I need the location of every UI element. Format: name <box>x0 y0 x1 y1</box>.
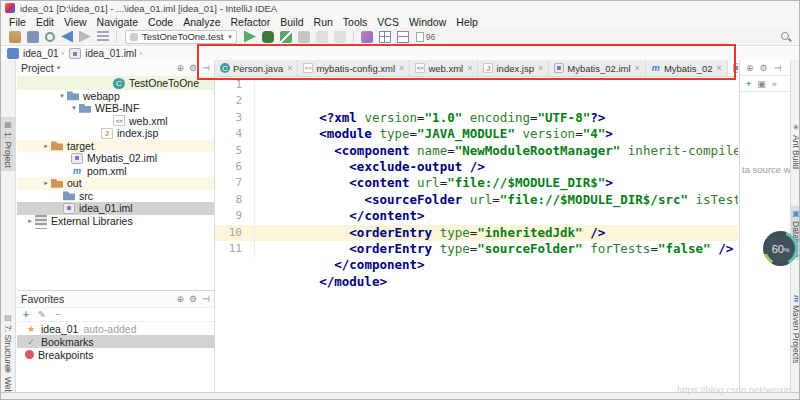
tree-item[interactable]: ▸ Scratches and Consoles <box>17 227 214 229</box>
tree-item[interactable]: idea_01.iml <box>17 202 214 215</box>
menu-item[interactable]: Code <box>143 16 178 28</box>
save-icon[interactable] <box>27 31 39 43</box>
add-favorite-button[interactable]: + <box>23 309 29 320</box>
breadcrumb[interactable]: idea_01.iml › <box>69 48 145 59</box>
stop-icon[interactable] <box>298 31 310 43</box>
close-icon[interactable]: × <box>287 63 292 73</box>
code-token: = <box>575 126 583 141</box>
editor-tab[interactable]: index.jsp × <box>478 60 549 76</box>
favorites-panel-actions: ⊕⚙⊣ <box>172 294 210 304</box>
favorites-toolbar: + ✎ − <box>17 308 214 322</box>
structure-view-icon[interactable] <box>397 31 409 43</box>
search-icon[interactable] <box>781 32 789 40</box>
gear-icon[interactable]: ⚙ <box>189 63 197 73</box>
debug-icon[interactable] <box>262 31 274 43</box>
menu-item[interactable]: Build <box>275 16 308 28</box>
close-icon[interactable]: × <box>716 63 721 73</box>
tree-item-label: pom.xml <box>87 165 127 177</box>
menu-item[interactable]: Edit <box>31 16 59 28</box>
data-grid-icon[interactable] <box>379 31 391 43</box>
tree-item-label: Scratches and Consoles <box>51 227 165 229</box>
favorites-item[interactable]: Breakpoints <box>17 348 214 361</box>
back-icon[interactable] <box>61 31 73 43</box>
menu-item[interactable]: Run <box>309 16 338 28</box>
tree-item[interactable]: index.jsp <box>17 127 214 140</box>
tree-item[interactable]: src <box>17 190 214 203</box>
sync-icon[interactable] <box>45 32 55 42</box>
editor-tab[interactable]: mybatis-config.xml × <box>298 60 410 76</box>
run-config-selector[interactable]: TestOneToOne.test ▾ <box>125 30 237 44</box>
locate-icon[interactable]: ⊕ <box>177 63 185 73</box>
tree-item[interactable]: ▸ External Libraries <box>17 215 214 228</box>
favorites-item[interactable]: Bookmarks <box>17 335 214 348</box>
tree-item[interactable]: web.xml <box>17 115 214 128</box>
hide-panel-icon[interactable]: ⊣ <box>202 294 210 304</box>
tool-window-button[interactable]: ✳ Ant Build <box>791 120 800 172</box>
copy-icon[interactable]: ▣ <box>757 79 766 89</box>
hide-panel-icon[interactable]: ⊣ <box>202 63 210 73</box>
favorites-item[interactable]: idea_01 auto-added <box>17 322 214 335</box>
remove-favorite-button[interactable]: − <box>55 309 61 320</box>
editor-tab[interactable]: Mybatis_02.iml × <box>549 60 646 76</box>
annotate-icon[interactable] <box>97 31 109 43</box>
code-editor[interactable]: 1 <?xml version="1.0" encoding="UTF-8"?>… <box>215 77 738 392</box>
tree-item[interactable]: ▸ target <box>17 140 214 153</box>
gear-icon[interactable]: ⚙ <box>189 294 197 304</box>
editor-tab[interactable]: Mybatis_02 × <box>646 60 728 76</box>
step-over-icon[interactable] <box>334 31 346 43</box>
tree-item[interactable]: TestOneToOne <box>17 77 214 90</box>
editor-tab[interactable]: idea_01.iml × <box>728 60 738 76</box>
menu-item[interactable]: Window <box>404 16 451 28</box>
bookmark-icon <box>25 336 37 347</box>
coverage-icon[interactable] <box>280 31 292 43</box>
menu-item[interactable]: File <box>4 16 31 28</box>
folder-icon <box>67 90 79 101</box>
edit-favorite-button[interactable]: ✎ <box>38 309 46 320</box>
tree-item[interactable]: pom.xml <box>17 165 214 178</box>
menu-item[interactable]: Navigate <box>92 16 143 28</box>
step-into-icon[interactable] <box>316 31 328 43</box>
title-bar: idea_01 [D:\idea_01] - ...\idea_01.iml [… <box>1 1 799 15</box>
close-icon[interactable]: × <box>635 63 640 73</box>
expander-icon[interactable]: ▾ <box>69 104 79 112</box>
menu-item[interactable]: Help <box>451 16 483 28</box>
patch-icon[interactable] <box>361 31 373 43</box>
menu-item[interactable]: Tools <box>338 16 373 28</box>
favorites-item-note: auto-added <box>83 323 136 335</box>
open-icon[interactable] <box>9 31 21 43</box>
menu-item[interactable]: Refactor <box>226 16 276 28</box>
folder-icon <box>79 103 91 114</box>
tree-item[interactable]: ▸ out <box>17 177 214 190</box>
tree-item[interactable]: ▾ WEB-INF <box>17 102 214 115</box>
close-icon[interactable]: × <box>467 63 472 73</box>
tool-window-button[interactable]: ▦ 1: Project <box>1 117 15 171</box>
gear-icon[interactable]: ⚙ <box>760 63 768 73</box>
forward-icon[interactable] <box>79 31 91 43</box>
editor-tab[interactable]: Person.java × <box>215 60 298 76</box>
hide-panel-icon[interactable]: ⊣ <box>774 63 782 73</box>
breadcrumb[interactable]: idea_01 › <box>7 48 67 59</box>
run-icon[interactable] <box>244 31 256 43</box>
locate-icon[interactable]: ⊕ <box>177 294 185 304</box>
expander-icon[interactable]: ▸ <box>41 179 51 187</box>
database-hint-text: ta source with <box>742 164 790 175</box>
chevron-down-icon[interactable]: ▾ <box>57 64 61 72</box>
expander-icon[interactable]: ▸ <box>25 217 35 225</box>
tool-window-button[interactable]: m Maven Projects <box>791 292 800 367</box>
close-icon[interactable]: × <box>538 63 543 73</box>
tree-item[interactable]: Mybatis_02.iml <box>17 152 214 165</box>
code-line: 1 <?xml version="1.0" encoding="UTF-8"?> <box>215 77 738 93</box>
expander-icon[interactable]: ▸ <box>41 142 51 150</box>
tree-item[interactable]: ▾ webapp <box>17 90 214 103</box>
expander-icon[interactable]: ▾ <box>57 92 67 100</box>
plugin-badge[interactable]: 96 <box>416 32 435 42</box>
menu-item[interactable]: Analyze <box>178 16 225 28</box>
close-icon[interactable]: × <box>399 63 404 73</box>
locate-icon[interactable]: ⊕ <box>746 63 754 73</box>
more-icon[interactable]: » <box>772 79 777 89</box>
editor-tab[interactable]: web.xml × <box>410 60 478 76</box>
add-icon[interactable]: + <box>746 79 751 89</box>
menu-item[interactable]: VCS <box>372 16 404 28</box>
menu-item[interactable]: View <box>59 16 92 28</box>
code-token: "4" <box>583 126 606 141</box>
